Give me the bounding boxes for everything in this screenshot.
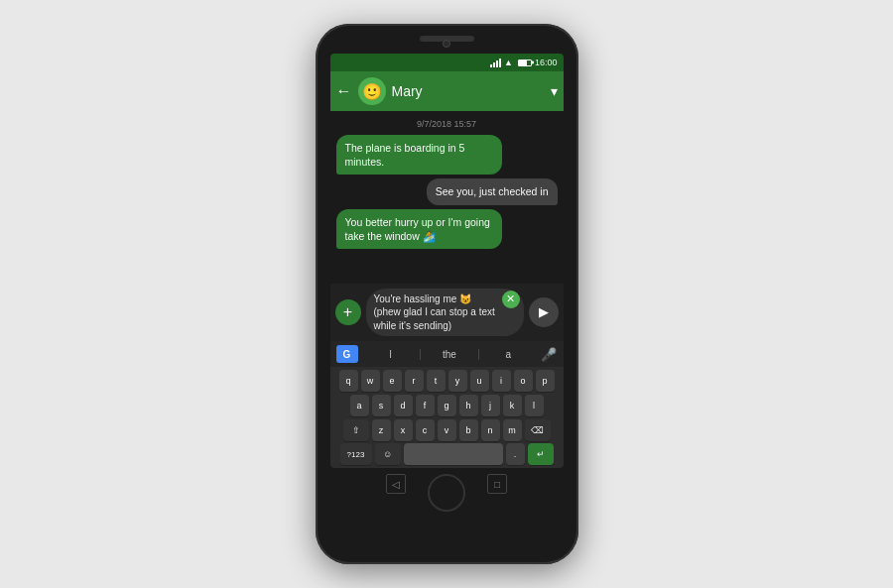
nav-buttons: ◁ □ [386,474,507,512]
key-g[interactable]: g [438,395,456,416]
key-j[interactable]: j [481,395,500,416]
attach-button[interactable]: + [335,299,361,325]
contact-avatar: 🙂 [358,77,386,105]
keyboard-row-2: a s d f g h j k l [333,395,561,416]
keyboard: G l the a 🎤 q w e r t y u i o p [330,341,564,468]
shift-key[interactable]: ⇧ [343,419,369,441]
suggest-l[interactable]: l [362,349,421,360]
message-row: You better hurry up or I'm going take th… [336,209,558,249]
key-e[interactable]: e [383,370,402,392]
header-dropdown-icon[interactable]: ▾ [551,83,558,99]
key-i[interactable]: i [492,370,511,392]
message-row: The plane is boarding in 5 minutes. [336,135,558,175]
status-time: 16:00 [535,58,558,67]
compose-text-line3: while it's sending) [374,319,452,333]
phone-camera [443,40,450,48]
mic-icon[interactable]: 🎤 [541,347,557,362]
key-d[interactable]: d [394,395,413,416]
phone-device: ▲ 16:00 ← 🙂 Mary ▾ 9/7/2018 15:57 The pl… [316,24,578,564]
message-input[interactable]: You're hassling me 😺 (phew glad I can st… [366,289,524,337]
key-q[interactable]: q [339,370,358,392]
key-h[interactable]: h [459,395,478,416]
key-c[interactable]: c [416,419,435,441]
signal-icon [490,58,501,67]
message-bubble: The plane is boarding in 5 minutes. [336,135,502,175]
compose-text-line2: (phew glad I can stop a text [374,305,495,319]
chat-area: 9/7/2018 15:57 The plane is boarding in … [330,111,564,284]
wifi-icon: ▲ [504,58,513,67]
emoji-key[interactable]: ☺ [375,443,401,465]
message-bubble: See you, just checked in [427,178,558,204]
backspace-key[interactable]: ⌫ [525,419,551,441]
back-button[interactable]: ← [336,82,352,100]
suggest-the[interactable]: the [421,349,479,360]
key-f[interactable]: f [416,395,435,416]
key-a[interactable]: a [350,395,369,416]
status-bar: ▲ 16:00 [330,54,564,71]
message-row: See you, just checked in [336,178,558,204]
home-button[interactable] [428,474,465,512]
period-key[interactable]: . [506,443,525,465]
back-nav-button[interactable]: ◁ [386,474,406,494]
suggestion-bar: G l the a 🎤 [330,341,564,367]
key-y[interactable]: y [448,370,467,392]
key-x[interactable]: x [394,419,413,441]
contact-name: Mary [392,83,545,99]
message-bubble: You better hurry up or I'm going take th… [336,209,502,249]
keyboard-row-3: ⇧ z x c v b n m ⌫ [333,419,561,441]
key-z[interactable]: z [372,419,391,441]
suggest-a[interactable]: a [479,349,537,360]
recents-nav-button[interactable]: □ [487,474,507,494]
phone-bottom: ◁ □ [386,474,507,516]
key-m[interactable]: m [503,419,522,441]
keyboard-rows: q w e r t y u i o p a s d f g [330,367,564,443]
key-v[interactable]: v [438,419,456,441]
cancel-send-button[interactable]: ✕ [502,291,520,308]
google-icon: G [336,345,358,363]
send-button[interactable]: ▶ [529,297,559,327]
compose-area: + You're hassling me 😺 (phew glad I can … [330,284,564,342]
key-b[interactable]: b [459,419,478,441]
sym-key[interactable]: ?123 [340,443,372,465]
space-key[interactable] [404,443,503,465]
battery-icon [518,59,532,66]
chat-header: ← 🙂 Mary ▾ [330,71,564,111]
key-u[interactable]: u [470,370,489,392]
compose-text-line1: You're hassling me 😺 [374,293,472,306]
date-separator: 9/7/2018 15:57 [336,119,558,129]
phone-screen: ▲ 16:00 ← 🙂 Mary ▾ 9/7/2018 15:57 The pl… [330,54,564,468]
key-n[interactable]: n [481,419,500,441]
key-k[interactable]: k [503,395,522,416]
key-w[interactable]: w [361,370,380,392]
key-s[interactable]: s [372,395,391,416]
key-o[interactable]: o [514,370,533,392]
keyboard-bottom-row: ?123 ☺ . ↵ [330,443,564,468]
enter-key[interactable]: ↵ [528,443,554,465]
key-l[interactable]: l [525,395,544,416]
key-r[interactable]: r [405,370,424,392]
key-p[interactable]: p [536,370,555,392]
keyboard-row-1: q w e r t y u i o p [333,370,561,392]
key-t[interactable]: t [427,370,446,392]
